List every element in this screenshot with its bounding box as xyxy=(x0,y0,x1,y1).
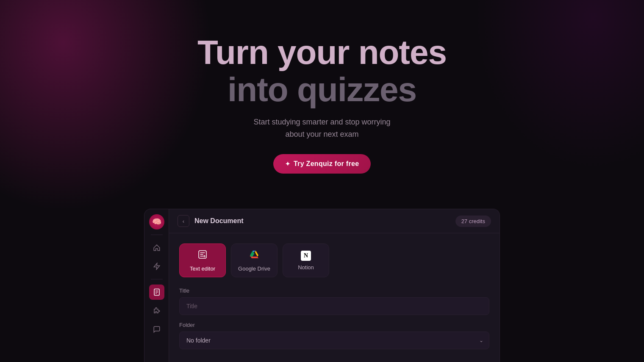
sidebar-item-flash[interactable] xyxy=(149,259,164,274)
content-area: Text editor Google Drive xyxy=(169,233,500,362)
folder-label: Folder xyxy=(179,322,489,328)
puzzle-icon xyxy=(153,307,161,315)
sidebar-divider-1 xyxy=(151,235,163,235)
sidebar-divider-2 xyxy=(151,279,163,279)
text-editor-icon xyxy=(197,249,208,262)
sidebar-item-document[interactable] xyxy=(149,285,164,300)
document-title: New Document xyxy=(194,217,450,225)
hero-section: Turn your notes into quizzes Start study… xyxy=(0,0,644,174)
notion-logo: N xyxy=(301,251,311,261)
sidebar-item-home[interactable] xyxy=(149,240,164,255)
sidebar-item-chat[interactable] xyxy=(149,322,164,337)
hero-subtitle: Start studying smarter and stop worrying… xyxy=(253,116,390,141)
cta-label: Try Zenquiz for free xyxy=(294,160,359,168)
folder-select-wrapper: No folder ⌄ xyxy=(179,332,489,349)
flash-icon xyxy=(153,263,161,270)
credits-badge: 27 credits xyxy=(455,216,491,227)
google-drive-label: Google Drive xyxy=(238,265,270,272)
folder-field-group: Folder No folder ⌄ xyxy=(179,322,489,349)
google-drive-button[interactable]: Google Drive xyxy=(231,243,278,277)
cta-button[interactable]: ✦ Try Zenquiz for free xyxy=(273,154,371,174)
notion-label: Notion xyxy=(298,264,314,271)
google-drive-icon xyxy=(249,249,259,262)
cta-icon: ✦ xyxy=(285,160,290,167)
sidebar-item-puzzle[interactable] xyxy=(149,303,164,318)
app-window: 🧠 xyxy=(144,209,500,362)
back-icon: ‹ xyxy=(183,218,184,224)
sidebar: 🧠 xyxy=(144,209,169,362)
main-content: ‹ New Document 27 credits Te xyxy=(169,209,500,362)
app-logo: 🧠 xyxy=(149,214,164,229)
notion-button[interactable]: N Notion xyxy=(283,243,329,277)
hero-title-line2: into quizzes xyxy=(197,71,447,108)
title-label: Title xyxy=(179,287,489,294)
hero-title-line1: Turn your notes xyxy=(197,34,447,71)
document-icon xyxy=(153,288,161,296)
home-icon xyxy=(153,244,161,251)
title-field-group: Title xyxy=(179,287,489,322)
folder-select[interactable]: No folder xyxy=(179,332,489,349)
text-editor-label: Text editor xyxy=(190,265,215,272)
notion-icon: N xyxy=(301,251,311,261)
source-buttons: Text editor Google Drive xyxy=(179,243,489,277)
chat-icon xyxy=(153,326,161,333)
back-button[interactable]: ‹ xyxy=(178,215,189,227)
app-header: ‹ New Document 27 credits xyxy=(169,209,500,233)
text-editor-button[interactable]: Text editor xyxy=(179,243,226,277)
title-input[interactable] xyxy=(179,297,489,315)
